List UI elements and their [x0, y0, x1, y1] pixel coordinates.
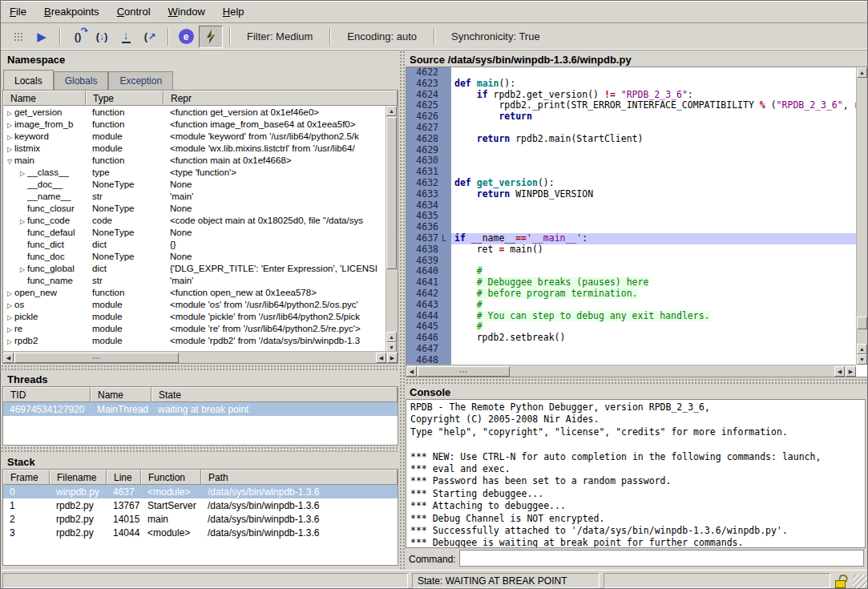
gutter-marker[interactable]: [442, 300, 451, 311]
gutter-marker[interactable]: [442, 167, 451, 178]
menu-item-help[interactable]: Help: [214, 2, 253, 22]
namespace-row[interactable]: __doc__NoneTypeNone: [3, 178, 386, 190]
resize-grip[interactable]: [853, 575, 868, 589]
line-number[interactable]: 4627: [406, 123, 442, 134]
gutter-marker[interactable]: [442, 79, 451, 90]
namespace-row[interactable]: ▷image_from_bfunction<function image_fro…: [3, 118, 386, 130]
stack-frame-row[interactable]: 2rpdb2.py14015main/data/sys/bin/winpdb-1…: [3, 512, 398, 526]
namespace-row[interactable]: func_namestr'main': [3, 274, 386, 286]
namespace-row[interactable]: ▷osmodule<module 'os' from '/usr/lib64/p…: [3, 298, 386, 310]
line-number[interactable]: 4632: [406, 178, 442, 189]
line-number[interactable]: 4622: [406, 67, 442, 79]
collapse-icon[interactable]: ▽: [5, 158, 14, 165]
column-header-tid[interactable]: TID: [3, 387, 91, 402]
command-input[interactable]: [459, 550, 864, 567]
tab-exception[interactable]: Exception: [108, 71, 173, 90]
namespace-row[interactable]: ▷func_codecode<code object main at 0x180…: [3, 214, 386, 226]
line-number[interactable]: 4635: [406, 211, 442, 222]
expand-icon[interactable]: ▷: [5, 338, 14, 345]
line-number[interactable]: 4646: [406, 333, 442, 344]
line-number[interactable]: 4647: [406, 344, 442, 355]
namespace-row[interactable]: ▷picklemodule<module 'pickle' from '/usr…: [3, 310, 386, 322]
line-number[interactable]: 4628: [406, 134, 442, 145]
scroll-up-icon[interactable]: ▲: [386, 332, 397, 342]
threads-stack-splitter[interactable]: [1, 446, 399, 454]
column-header-function[interactable]: Function: [141, 470, 201, 485]
line-number[interactable]: 4623: [406, 79, 442, 90]
namespace-row[interactable]: __name__str'main': [3, 190, 386, 202]
column-header-name[interactable]: Name: [91, 387, 151, 402]
expand-icon[interactable]: ▷: [5, 302, 14, 309]
gutter-marker[interactable]: [442, 67, 451, 79]
expand-icon[interactable]: ▷: [5, 290, 14, 297]
expand-icon[interactable]: ▷: [5, 110, 14, 117]
column-header-filename[interactable]: Filename: [50, 470, 107, 485]
namespace-row[interactable]: ▷__class__type<type 'function'>: [3, 166, 386, 178]
line-number[interactable]: 4630: [406, 155, 442, 167]
run-to-line-button[interactable]: ↓: [115, 26, 137, 47]
column-header-line[interactable]: Line: [107, 470, 141, 485]
namespace-vscrollbar[interactable]: ▲ ▲ ▼: [386, 106, 398, 353]
namespace-row[interactable]: ▷keywordmodule<module 'keyword' from '/u…: [3, 130, 386, 142]
gutter-marker[interactable]: [442, 111, 451, 123]
gutter-marker[interactable]: [442, 200, 451, 212]
exception-mode-button[interactable]: e: [175, 26, 197, 47]
line-number[interactable]: 4640: [406, 266, 442, 277]
tab-locals[interactable]: Locals: [3, 70, 54, 90]
namespace-row[interactable]: func_docNoneTypeNone: [3, 250, 386, 262]
step-out-button[interactable]: (↗: [139, 26, 161, 47]
line-number[interactable]: 4626: [406, 111, 442, 123]
gutter-marker[interactable]: [442, 100, 451, 111]
column-header-state[interactable]: State: [151, 387, 398, 402]
namespace-row[interactable]: func_defaulNoneTypeNone: [3, 226, 386, 238]
line-number[interactable]: 4633: [406, 189, 442, 200]
expand-icon[interactable]: ▷: [5, 122, 14, 129]
tab-globals[interactable]: Globals: [54, 71, 109, 90]
stack-frame-row[interactable]: 1rpdb2.py13767StartServer/data/sys/bin/w…: [3, 498, 398, 512]
gutter-marker[interactable]: [442, 244, 451, 256]
source-vscrollbar[interactable]: ▲ ▲ ▼: [856, 67, 868, 365]
line-number[interactable]: 4644: [406, 311, 442, 322]
gutter-marker[interactable]: [442, 178, 451, 189]
scroll-left-icon[interactable]: ◀: [834, 366, 845, 377]
menu-item-window[interactable]: Window: [159, 2, 214, 22]
namespace-row[interactable]: ▷rpdb2module<module 'rpdb2' from '/data/…: [3, 334, 386, 346]
column-header-repr[interactable]: Repr: [164, 91, 398, 106]
gutter-marker[interactable]: [442, 90, 451, 101]
gutter-marker[interactable]: [442, 311, 451, 322]
synchronicity-toggle-button[interactable]: [199, 26, 223, 48]
gutter-marker[interactable]: [442, 211, 451, 222]
namespace-row[interactable]: ▷open_newfunction<function open_new at 0…: [3, 286, 386, 298]
scroll-left-icon[interactable]: ◀: [376, 353, 386, 363]
stack-frame-row[interactable]: 0winpdb.py4637<module>/data/sys/bin/winp…: [3, 485, 398, 498]
go-button[interactable]: ▶: [30, 26, 53, 47]
menu-item-control[interactable]: Control: [108, 2, 159, 22]
step-over-button[interactable]: ()↷: [67, 26, 89, 47]
gutter-marker[interactable]: [442, 145, 451, 156]
menu-item-breakpoints[interactable]: Breakpoints: [35, 2, 108, 22]
scroll-right-icon[interactable]: ▶: [387, 353, 398, 363]
line-number[interactable]: 4645: [406, 321, 442, 333]
console-output[interactable]: RPDB - The Remote Python Debugger, versi…: [406, 399, 866, 548]
break-button[interactable]: [6, 26, 29, 47]
source-hscrollbar[interactable]: ◀ ••• ◀ ▶: [406, 365, 856, 377]
gutter-marker[interactable]: [442, 155, 451, 167]
namespace-row[interactable]: ▷remodule<module 're' from '/usr/lib64/p…: [3, 322, 386, 334]
namespace-row[interactable]: func_closurNoneTypeNone: [3, 202, 386, 214]
namespace-row[interactable]: func_dictdict{}: [3, 238, 386, 250]
thread-row[interactable]: 46974534127920MainThreadwaiting at break…: [3, 402, 398, 416]
expand-icon[interactable]: ▷: [5, 314, 14, 321]
line-number[interactable]: 4643: [406, 300, 442, 311]
namespace-row[interactable]: ▷func_globaldict{'DLG_EXPR_TITLE': 'Ente…: [3, 262, 386, 274]
line-number[interactable]: 4631: [406, 167, 442, 178]
scroll-left-icon[interactable]: ◀: [3, 353, 14, 363]
column-header-path[interactable]: Path: [201, 470, 398, 485]
line-number[interactable]: 4638: [406, 244, 442, 256]
gutter-marker[interactable]: [442, 344, 451, 355]
expand-icon[interactable]: ▷: [18, 218, 27, 225]
namespace-threads-splitter[interactable]: [1, 365, 399, 371]
scroll-up-icon[interactable]: ▲: [857, 67, 867, 78]
line-number[interactable]: 4624: [406, 90, 442, 101]
step-into-button[interactable]: (↓): [91, 26, 113, 47]
line-number[interactable]: 4641: [406, 277, 442, 288]
